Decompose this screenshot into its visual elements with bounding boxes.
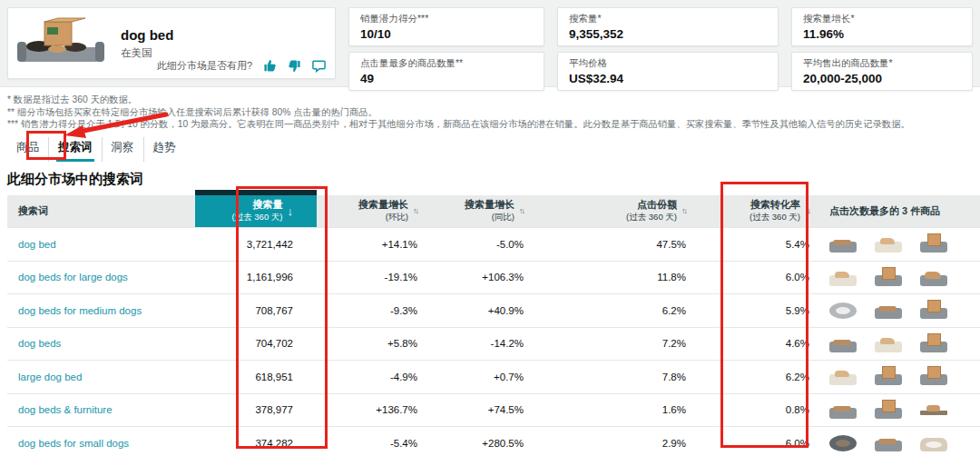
column-sublabel: (过去 360 天) (626, 212, 677, 223)
column-header-growth-yoy[interactable]: 搜索量增长 (同比) ↑↓ (430, 195, 562, 228)
table-row: dog beds & furniture 378,977 +136.7% +74… (7, 393, 980, 427)
product-thumbnail[interactable] (920, 234, 947, 253)
growth-qoq-cell: -19.1% (317, 261, 430, 294)
product-thumbnail[interactable] (875, 301, 902, 320)
search-volume-cell: 704,702 (195, 327, 317, 361)
metric-label: 平均售出的商品数量* (803, 57, 961, 70)
metric-value: 9,355,352 (569, 27, 767, 41)
growth-yoy-cell: +0.7% (430, 361, 562, 394)
table-row: dog beds for small dogs 374,282 -5.4% +2… (7, 427, 980, 456)
column-sublabel: (过去 360 天) (232, 212, 283, 223)
search-term-link[interactable]: dog beds for small dogs (18, 438, 129, 449)
thumbs-down-icon[interactable] (288, 59, 301, 73)
column-label: 搜索量增长 (465, 199, 514, 210)
product-thumbnail[interactable] (875, 401, 902, 420)
sort-icon[interactable]: ↑↓ (805, 206, 809, 215)
search-term-link[interactable]: dog beds & furniture (18, 404, 113, 415)
comment-icon[interactable] (312, 59, 326, 73)
column-header-search-volume[interactable]: 搜索量 (过去 360 天) ↓ (195, 195, 317, 228)
product-thumbnail[interactable] (920, 401, 947, 420)
metric-value: 10/10 (360, 27, 533, 41)
product-image (17, 16, 104, 71)
growth-yoy-cell: -14.2% (430, 327, 562, 361)
sort-icon[interactable]: ↑↓ (519, 206, 524, 215)
column-header-growth-qoq[interactable]: 搜索量增长 (环比) ↑↓ (317, 195, 430, 228)
metric-label: 点击量最多的商品数量** (360, 57, 533, 70)
metric-top-clicked-products: 点击量最多的商品数量** 49 (348, 52, 544, 91)
product-thumbnail[interactable] (829, 268, 857, 287)
metric-search-volume-growth: 搜索量增长* 11.96% (791, 7, 973, 46)
footnote-3: *** 销售潜力得分是介于 1 到 10 的分数，10 为最高分。它表明在同一商… (7, 118, 973, 131)
niche-summary-strip: dog bed 在美国 此细分市场是否有用? 销量潜力得分*** 10/10 点… (0, 0, 980, 87)
product-thumbnail[interactable] (875, 433, 902, 452)
product-thumbnail[interactable] (829, 301, 857, 320)
niche-tabs: 商品 搜索词 洞察 趋势 (7, 139, 980, 162)
growth-qoq-cell: -4.9% (317, 361, 430, 394)
product-thumbnail[interactable] (829, 234, 857, 253)
product-thumbnail[interactable] (875, 367, 902, 386)
column-header-click-share[interactable]: 点击份额 (过去 360 天) ↑↓ (562, 195, 711, 228)
table-row: dog beds 704,702 +5.8% -14.2% 7.2% 4.6% (7, 327, 980, 361)
product-thumbnail[interactable] (875, 268, 902, 287)
search-term-link[interactable]: dog bed (18, 239, 56, 250)
search-term-link[interactable]: dog beds for large dogs (18, 272, 128, 283)
table-row: dog beds for large dogs 1,161,996 -19.1%… (7, 261, 980, 294)
growth-qoq-cell: +14.1% (317, 228, 430, 262)
growth-yoy-cell: +106.3% (430, 261, 562, 294)
tab-products[interactable]: 商品 (7, 137, 48, 162)
metric-search-volume: 搜索量* 9,355,352 (557, 7, 779, 46)
metric-label: 平均价格 (569, 57, 767, 70)
metric-sales-potential: 销量潜力得分*** 10/10 (348, 7, 544, 46)
metric-units-sold: 平均售出的商品数量* 20,000-25,000 (791, 52, 973, 91)
tab-insights[interactable]: 洞察 (102, 137, 143, 162)
table-header-row: 搜索词 搜索量 (过去 360 天) ↓ 搜索量增长 (环比) ↑↓ (7, 195, 980, 228)
metric-label: 销量潜力得分*** (360, 13, 533, 25)
product-thumbnail[interactable] (875, 334, 902, 353)
search-term-link[interactable]: large dog bed (18, 372, 82, 382)
column-sublabel: (过去 360 天) (750, 212, 800, 223)
sort-icon[interactable]: ↑↓ (681, 206, 686, 215)
conversion-rate-cell: 5.9% (711, 294, 820, 328)
product-thumbnail[interactable] (829, 334, 857, 353)
product-thumbnail[interactable] (829, 401, 857, 420)
tab-trends[interactable]: 趋势 (143, 137, 185, 162)
tab-search-terms[interactable]: 搜索词 (48, 137, 102, 162)
feedback-question: 此细分市场是否有用? (157, 59, 252, 73)
column-header-top-products: 点击次数最多的 3 件商品 (820, 195, 980, 228)
column-header-conversion-rate[interactable]: 搜索转化率 (过去 360 天) ↑↓ (711, 195, 820, 228)
table-row: large dog bed 618,951 -4.9% +0.7% 7.8% 6… (7, 361, 980, 394)
metric-label: 搜索量* (569, 13, 767, 25)
thumbs-up-icon[interactable] (263, 59, 277, 73)
niche-product-card: dog bed 在美国 此细分市场是否有用? (7, 7, 336, 79)
column-sublabel: (同比) (465, 212, 514, 223)
search-volume-cell: 378,977 (195, 393, 317, 427)
search-volume-cell: 3,721,442 (195, 228, 317, 262)
growth-qoq-cell: -5.4% (317, 427, 430, 456)
metric-label: 搜索量增长* (803, 13, 961, 25)
column-label: 搜索量 (253, 199, 283, 210)
search-term-link[interactable]: dog beds for medium dogs (18, 305, 142, 316)
sort-desc-icon[interactable]: ↓ (288, 204, 294, 218)
growth-yoy-cell: -5.0% (430, 228, 562, 262)
column-header-search-term[interactable]: 搜索词 (7, 195, 195, 228)
search-terms-table: 搜索词 搜索量 (过去 360 天) ↓ 搜索量增长 (环比) ↑↓ (7, 195, 980, 456)
product-thumbnail[interactable] (920, 334, 947, 353)
search-term-link[interactable]: dog beds (18, 338, 61, 349)
growth-qoq-cell: +136.7% (317, 393, 430, 427)
metric-value: 11.96% (803, 27, 961, 41)
product-thumbnail[interactable] (920, 367, 947, 386)
conversion-rate-cell: 6.0% (711, 261, 820, 294)
product-thumbnail[interactable] (875, 234, 902, 253)
product-thumbnail[interactable] (829, 433, 857, 452)
product-thumbnail[interactable] (829, 367, 857, 386)
sort-icon[interactable]: ↑↓ (413, 206, 417, 215)
search-volume-cell: 1,161,996 (195, 261, 317, 294)
search-volume-cell: 374,282 (195, 427, 317, 456)
click-share-cell: 7.8% (562, 361, 711, 394)
click-share-cell: 1.6% (562, 393, 711, 427)
growth-yoy-cell: +280.5% (430, 427, 562, 456)
growth-qoq-cell: -9.3% (317, 294, 430, 328)
product-thumbnail[interactable] (920, 301, 947, 320)
product-thumbnail[interactable] (920, 268, 947, 287)
product-thumbnail[interactable] (920, 433, 947, 452)
